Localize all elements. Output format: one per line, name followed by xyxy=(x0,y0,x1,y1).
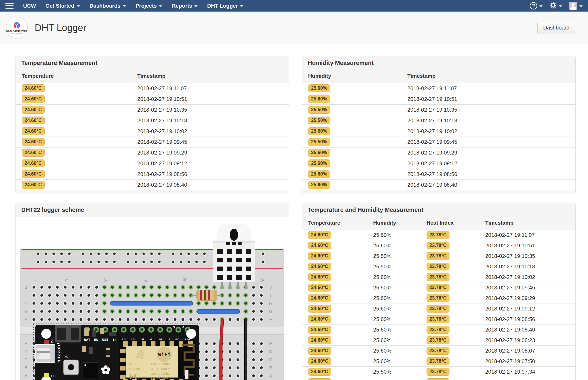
temperature-badge: 24.60°C xyxy=(308,315,331,323)
row-letter: D xyxy=(24,349,28,354)
table-row: 25.60% 2018-02-27 19:11:07 xyxy=(302,83,576,94)
heat-index-badge: 23.78°C xyxy=(426,336,449,344)
table-row: 25.60% 2018-02-27 19:09:12 xyxy=(302,158,576,169)
panel-title: Temperature Measurement xyxy=(16,56,289,70)
heat-index-badge: 23.78°C xyxy=(426,305,449,313)
chevron-down-icon xyxy=(240,5,243,7)
humidity-cell: 25.60% xyxy=(373,314,426,324)
humidity-badge: 25.50% xyxy=(308,138,330,146)
panel-footer xyxy=(302,190,576,194)
power-wire-red xyxy=(221,320,222,380)
temperature-badge: 24.60°C xyxy=(308,368,331,376)
temperature-badge: 24.60°C xyxy=(22,170,45,178)
column-header: Timestamp xyxy=(137,70,289,83)
svg-text:{: { xyxy=(15,25,16,27)
timestamp-cell: 2018-02-27 19:08:40 xyxy=(407,179,575,190)
col-number: 30 xyxy=(261,278,265,282)
temperature-badge: 24.60°C xyxy=(308,252,331,260)
column-header: Humidity xyxy=(302,70,407,83)
heat-index-badge: 23.78°C xyxy=(426,357,449,365)
avatar xyxy=(569,2,577,10)
timestamp-cell: 2018-02-27 19:08:56 xyxy=(137,169,289,179)
humidity-badge: 25.60% xyxy=(308,149,330,157)
breadboard-diagram: 1 5 10 15 20 25 30 xyxy=(16,217,289,380)
module-text: MODEL xyxy=(129,363,138,366)
table-row: 25.60% 2018-02-27 19:08:40 xyxy=(302,179,576,190)
widgets-row-2: DHT22 logger scheme xyxy=(16,203,576,380)
timestamp-cell: 2018-02-27 19:10:51 xyxy=(485,240,575,251)
dashboard-button[interactable]: Dashboard xyxy=(537,22,575,34)
chevron-down-icon xyxy=(559,5,562,7)
heat-index-badge: 23.78°C xyxy=(426,284,449,291)
chevron-down-icon xyxy=(539,5,543,7)
timestamp-cell: 2018-02-27 19:09:45 xyxy=(485,283,575,293)
timestamp-cell: 2018-02-27 19:10:35 xyxy=(485,251,575,261)
humidity-cell: 25.50% xyxy=(373,367,426,377)
row-letter: H xyxy=(269,301,272,306)
pin-label: EN xyxy=(94,338,98,342)
table-row: 24.60°C 2018-02-27 19:09:45 xyxy=(16,136,289,147)
panel-title: Humidity Measurement xyxy=(302,56,576,70)
heat-index-badge: 23.78°C xyxy=(426,294,449,302)
humidity-badge: 25.60% xyxy=(308,181,330,189)
settings-menu[interactable] xyxy=(549,1,562,10)
fcc-logo: FC xyxy=(129,372,140,380)
table-row: 24.60°C 2018-02-27 19:10:02 xyxy=(16,126,289,136)
logo-cube-icon: { } { } xyxy=(12,21,21,29)
timestamp-cell: 2018-02-27 19:08:56 xyxy=(407,169,575,179)
row-letter: E xyxy=(24,341,28,346)
svg-text:{ }: { } xyxy=(16,22,18,24)
chg-label: CHG xyxy=(51,374,58,378)
table-row: 24.60°C 25.60% 23.78°C 2018-02-27 19:08:… xyxy=(302,335,576,345)
row-letter: I xyxy=(25,293,27,298)
timestamp-cell: 2018-02-27 19:11:07 xyxy=(137,83,289,94)
temperature-badge: 24.60°C xyxy=(22,127,45,135)
pin-label: 5 xyxy=(173,325,175,329)
navbar-item-projects[interactable]: Projects xyxy=(136,3,162,9)
logo-tagline: Think Connected xyxy=(11,33,23,35)
help-icon: ? xyxy=(530,2,537,9)
timestamp-cell: 2018-02-27 19:10:02 xyxy=(137,126,289,136)
column-header: Humidity xyxy=(373,217,426,230)
pin-label: BAT xyxy=(84,338,90,342)
row-letter: I xyxy=(270,293,271,298)
heat-index-badge: 23.78°C xyxy=(426,315,449,323)
temperature-badge: 24.60°C xyxy=(22,84,45,92)
temperature-badge: 24.60°C xyxy=(308,326,331,334)
row-letter: B xyxy=(24,365,28,370)
navbar-item-reports[interactable]: Reports xyxy=(172,3,198,9)
col-number: 10 xyxy=(104,278,108,282)
col-number: 20 xyxy=(182,278,187,282)
humidity-cell: 25.60% xyxy=(373,377,426,380)
navbar-item-dht-logger[interactable]: DHT Logger xyxy=(207,3,243,9)
led0-label: #0 xyxy=(50,339,54,343)
heat-index-badge: 23.78°C xyxy=(426,242,449,249)
table-row: 24.60°C 25.60% 23.78°C 2018-02-27 19:08:… xyxy=(302,314,576,324)
temperature-badge: 24.60°C xyxy=(22,149,45,157)
temperature-badge: 24.60°C xyxy=(22,138,45,146)
humidity-cell: 25.60% xyxy=(373,356,426,367)
humidity-cell: 25.60% xyxy=(373,304,426,314)
timestamp-cell: 2018-02-27 19:09:29 xyxy=(407,147,575,158)
heat-index-badge: 23.78°C xyxy=(426,252,449,260)
humidity-cell: 25.50% xyxy=(373,261,426,272)
humidity-badge: 25.60% xyxy=(308,95,330,103)
dashboard-content: Temperature Measurement Temperature Time… xyxy=(0,44,588,380)
temperature-badge: 24.60°C xyxy=(308,336,331,344)
module-text: ESP8266MOD xyxy=(151,363,170,366)
panel-footer xyxy=(16,190,289,194)
column-header: Temperature xyxy=(302,217,373,230)
temperature-badge: 24.60°C xyxy=(308,357,331,365)
table-row: 24.60°C 2018-02-27 19:10:18 xyxy=(16,115,289,126)
user-menu[interactable] xyxy=(569,2,583,10)
timestamp-cell: 2018-02-27 19:09:29 xyxy=(137,147,289,158)
temperature-badge: 24.60°C xyxy=(22,106,45,114)
hamburger-menu-icon[interactable] xyxy=(5,3,14,9)
help-menu[interactable]: ? xyxy=(530,2,543,9)
timestamp-cell: 2018-02-27 19:10:35 xyxy=(137,104,289,115)
navbar-brand-ucw[interactable]: UCW xyxy=(23,3,36,9)
navbar-item-get-started[interactable]: Get Started xyxy=(45,3,80,9)
breadboard-image: 1 5 10 15 20 25 30 xyxy=(20,218,284,380)
navbar-item-dashboards[interactable]: Dashboards xyxy=(89,3,126,9)
heat-index-badge: 23.78°C xyxy=(426,273,449,281)
